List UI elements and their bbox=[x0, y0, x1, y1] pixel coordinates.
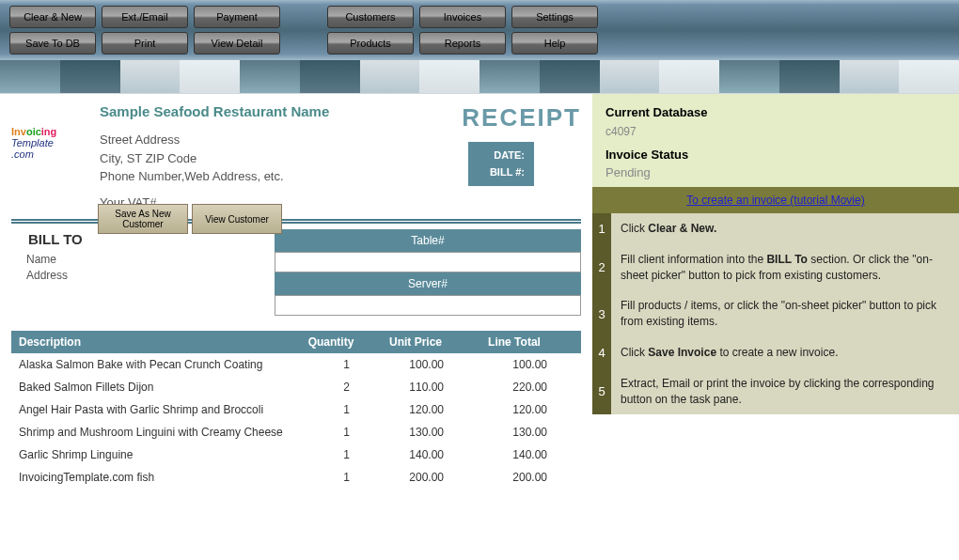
cell-unit-price: 130.00 bbox=[369, 421, 463, 443]
business-street: Street Address bbox=[100, 131, 393, 149]
receipt-title: RECEIPT bbox=[393, 103, 581, 132]
cell-description: Alaska Salmon Bake with Pecan Crunch Coa… bbox=[11, 353, 293, 376]
divider: Save As New Customer View Customer bbox=[11, 219, 581, 224]
cell-line-total: 120.00 bbox=[463, 398, 566, 421]
cell-description: Baked Salmon Fillets Dijon bbox=[11, 376, 293, 398]
step-text: Fill client information into the BILL To… bbox=[611, 244, 959, 291]
invoices-button[interactable]: Invoices bbox=[419, 6, 506, 28]
step-text: Click Save Invoice to create a new invoi… bbox=[611, 337, 959, 368]
date-label: DATE: bbox=[478, 148, 525, 164]
cell-unit-price: 110.00 bbox=[369, 376, 463, 398]
cell-description: Angel Hair Pasta with Garlic Shrimp and … bbox=[11, 398, 293, 421]
customers-button[interactable]: Customers bbox=[327, 6, 414, 28]
date-bill-box: DATE: BILL #: bbox=[468, 142, 534, 186]
step-text: Extract, Email or print the invoice by c… bbox=[611, 368, 959, 415]
business-contact: Phone Number,Web Address, etc. bbox=[100, 167, 393, 186]
invoice-sheet: Invoicing Template .com Sample Seafood R… bbox=[0, 94, 592, 489]
tutorial-step: 4Click Save Invoice to create a new invo… bbox=[592, 337, 959, 368]
step-number: 3 bbox=[592, 290, 611, 337]
table-number-label: Table# bbox=[275, 229, 581, 252]
cell-quantity: 1 bbox=[293, 443, 369, 466]
cell-line-total: 100.00 bbox=[463, 353, 566, 376]
cell-unit-price: 140.00 bbox=[369, 443, 463, 466]
cell-quantity: 1 bbox=[293, 421, 369, 443]
clear-new-button[interactable]: Clear & New bbox=[9, 6, 96, 28]
payment-button[interactable]: Payment bbox=[194, 6, 280, 28]
step-number: 2 bbox=[592, 244, 611, 291]
table-row[interactable]: Angel Hair Pasta with Garlic Shrimp and … bbox=[11, 398, 581, 421]
items-table-body: Alaska Salmon Bake with Pecan Crunch Coa… bbox=[11, 353, 581, 489]
tutorial-step: 3Fill products / items, or click the "on… bbox=[592, 290, 959, 337]
cell-description: InvoicingTemplate.com fish bbox=[11, 466, 293, 489]
server-number-input[interactable] bbox=[275, 295, 581, 316]
logo: Invoicing Template .com bbox=[11, 103, 94, 160]
address-label: Address bbox=[11, 269, 86, 282]
cell-quantity: 1 bbox=[293, 398, 369, 421]
invoice-status-value: Pending bbox=[605, 165, 946, 179]
items-table-header: Description Quantity Unit Price Line Tot… bbox=[11, 331, 581, 353]
col-quantity: Quantity bbox=[293, 331, 369, 353]
toolbar: Clear & New Ext./Email Payment Customers… bbox=[0, 0, 959, 60]
print-button[interactable]: Print bbox=[102, 32, 188, 54]
col-line-total: Line Total bbox=[463, 331, 566, 353]
reports-button[interactable]: Reports bbox=[419, 32, 506, 54]
current-database-label: Current Database bbox=[605, 105, 946, 119]
tutorial-step: 2Fill client information into the BILL T… bbox=[592, 244, 959, 291]
save-to-db-button[interactable]: Save To DB bbox=[9, 32, 96, 54]
cell-unit-price: 200.00 bbox=[369, 466, 463, 489]
cell-quantity: 1 bbox=[293, 466, 369, 489]
tutorial-step: 5Extract, Email or print the invoice by … bbox=[592, 368, 959, 415]
step-number: 1 bbox=[592, 213, 611, 244]
table-row[interactable]: Baked Salmon Fillets Dijon2110.00220.00 bbox=[11, 376, 581, 398]
tutorial-steps: 1Click Clear & New.2Fill client informat… bbox=[592, 213, 959, 414]
bill-number-label: BILL #: bbox=[478, 164, 525, 181]
sidebar: Current Database c4097 Invoice Status Pe… bbox=[592, 94, 959, 489]
business-name: Sample Seafood Restaurant Name bbox=[100, 103, 393, 119]
view-customer-button[interactable]: View Customer bbox=[192, 204, 282, 234]
cell-quantity: 2 bbox=[293, 376, 369, 398]
table-row[interactable]: Shrimp and Mushroom Linguini with Creamy… bbox=[11, 421, 581, 443]
table-row[interactable]: Garlic Shrimp Linguine1140.00140.00 bbox=[11, 443, 581, 466]
step-number: 4 bbox=[592, 337, 611, 368]
step-text: Click Clear & New. bbox=[611, 213, 959, 244]
view-detail-button[interactable]: View Detail bbox=[194, 32, 280, 54]
cell-quantity: 1 bbox=[293, 353, 369, 376]
save-as-new-customer-button[interactable]: Save As New Customer bbox=[98, 204, 188, 234]
cell-description: Shrimp and Mushroom Linguini with Creamy… bbox=[11, 421, 293, 443]
products-button[interactable]: Products bbox=[327, 32, 414, 54]
cell-unit-price: 100.00 bbox=[369, 353, 463, 376]
name-label: Name bbox=[11, 253, 86, 266]
business-city: City, ST ZIP Code bbox=[100, 149, 393, 168]
help-button[interactable]: Help bbox=[511, 32, 598, 54]
table-number-input[interactable] bbox=[275, 252, 581, 272]
current-database-value: c4097 bbox=[605, 125, 946, 138]
col-description: Description bbox=[11, 331, 293, 353]
ext-email-button[interactable]: Ext./Email bbox=[102, 6, 188, 28]
table-row[interactable]: InvoicingTemplate.com fish1200.00200.00 bbox=[11, 466, 581, 489]
cell-unit-price: 120.00 bbox=[369, 398, 463, 421]
col-unit-price: Unit Price bbox=[369, 331, 463, 353]
settings-button[interactable]: Settings bbox=[511, 6, 598, 28]
server-number-label: Server# bbox=[275, 272, 581, 295]
table-row[interactable]: Alaska Salmon Bake with Pecan Crunch Coa… bbox=[11, 353, 581, 376]
tutorial-link[interactable]: To create an invoice (tutorial Movie) bbox=[686, 194, 864, 207]
invoice-status-label: Invoice Status bbox=[605, 148, 946, 162]
step-text: Fill products / items, or click the "on-… bbox=[611, 290, 959, 337]
cell-line-total: 200.00 bbox=[463, 466, 566, 489]
decorative-stripe bbox=[0, 60, 959, 94]
cell-line-total: 140.00 bbox=[463, 443, 566, 466]
cell-description: Garlic Shrimp Linguine bbox=[11, 443, 293, 466]
cell-line-total: 220.00 bbox=[463, 376, 566, 398]
tutorial-step: 1Click Clear & New. bbox=[592, 213, 959, 244]
step-number: 5 bbox=[592, 368, 611, 415]
cell-line-total: 130.00 bbox=[463, 421, 566, 443]
